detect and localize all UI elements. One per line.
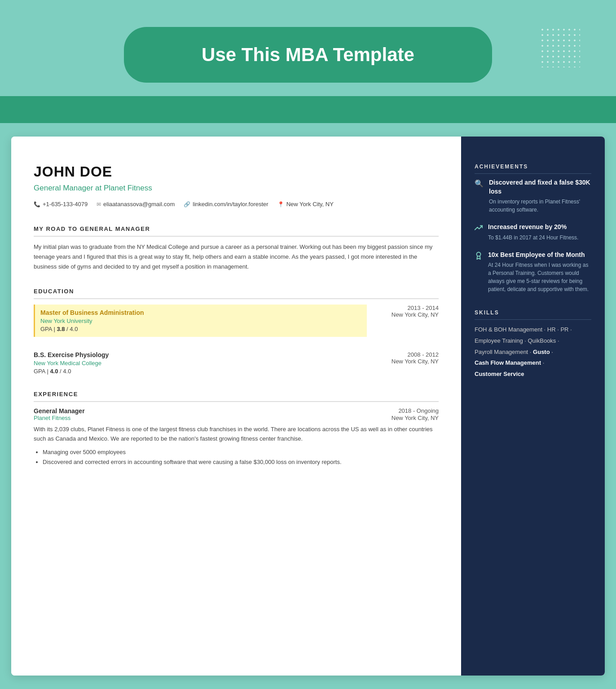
dots-decoration bbox=[540, 27, 580, 67]
candidate-title: General Manager at Planet Fitness bbox=[34, 184, 439, 193]
summary-text: My initial plan was to graduate from the… bbox=[34, 242, 439, 272]
experience-section: EXPERIENCE General Manager 2018 - Ongoin… bbox=[34, 391, 439, 467]
skills-text: FOH & BOH Management · HR · PR · Employe… bbox=[475, 324, 591, 380]
location-icon: 📍 bbox=[277, 201, 284, 208]
left-column: JOHN DOE General Manager at Planet Fitne… bbox=[11, 137, 461, 676]
phone-icon: 📞 bbox=[34, 201, 40, 208]
resume-container: JOHN DOE General Manager at Planet Fitne… bbox=[11, 137, 605, 676]
edu-years-bs: 2008 - 2012 bbox=[367, 351, 439, 358]
edu-school-nyu: New York University bbox=[40, 318, 361, 324]
summary-header: MY ROAD TO GENERAL MANAGER bbox=[34, 225, 439, 237]
bullet-1: Managing over 5000 employees bbox=[43, 447, 439, 457]
exp-company-gm: Planet Fitness bbox=[34, 415, 70, 421]
contact-linkedin: 🔗 linkedin.com/in/taylor.forester bbox=[184, 201, 268, 208]
exp-dates-gm: 2018 - Ongoing bbox=[398, 407, 439, 415]
achievement-title-3: 10x Best Employee of the Month bbox=[488, 251, 591, 260]
edu-gpa-bs: GPA | 4.0 / 4.0 bbox=[34, 368, 367, 375]
bullet-2: Discovered and corrected errors in accou… bbox=[43, 457, 439, 467]
education-section: EDUCATION Master of Business Administrat… bbox=[34, 288, 439, 375]
education-entry-bs: B.S. Exercise Physiology New York Medica… bbox=[34, 351, 439, 375]
award-icon bbox=[475, 252, 483, 294]
wave-divider bbox=[0, 96, 616, 123]
edu-location-bs: New York City, NY bbox=[367, 358, 439, 365]
education-header: EDUCATION bbox=[34, 288, 439, 299]
candidate-name: JOHN DOE bbox=[34, 163, 439, 180]
achievement-title-1: Discovered and fixed a false $30K loss bbox=[489, 178, 591, 196]
experience-entry-gm: General Manager 2018 - Ongoing Planet Fi… bbox=[34, 407, 439, 467]
contact-location: 📍 New York City, NY bbox=[277, 201, 334, 208]
achievement-desc-3: At 24 Hour Fitness when I was working as… bbox=[488, 261, 591, 293]
contact-email: ✉ eliaatanassova@gmail.com bbox=[97, 201, 175, 208]
achievement-item-3: 10x Best Employee of the Month At 24 Hou… bbox=[475, 251, 591, 294]
use-template-button[interactable]: Use This MBA Template bbox=[124, 27, 492, 83]
skills-header: SKILLS bbox=[475, 309, 591, 320]
achievement-item-2: Increased revenue by 20% To $1.44B in 20… bbox=[475, 223, 591, 242]
edu-gpa-mba: GPA | 3.8 / 4.0 bbox=[40, 326, 361, 332]
edu-school-nymc: New York Medical College bbox=[34, 360, 367, 367]
achievements-section: ACHIEVEMENTS 🔍 Discovered and fixed a fa… bbox=[475, 163, 591, 293]
exp-desc-gm: With its 2,039 clubs, Planet Fitness is … bbox=[34, 425, 439, 444]
email-icon: ✉ bbox=[97, 201, 101, 208]
header: Use This MBA Template bbox=[0, 0, 616, 101]
edu-degree-mba: Master of Business Administration bbox=[40, 309, 361, 316]
contact-info: 📞 +1-635-133-4079 ✉ eliaatanassova@gmail… bbox=[34, 201, 439, 208]
search-icon: 🔍 bbox=[475, 179, 484, 214]
link-icon: 🔗 bbox=[184, 201, 190, 208]
education-highlight-box: Master of Business Administration New Yo… bbox=[34, 305, 367, 337]
skills-section: SKILLS FOH & BOH Management · HR · PR · … bbox=[475, 309, 591, 380]
exp-location-gm: New York City, NY bbox=[392, 415, 439, 421]
svg-point-0 bbox=[477, 252, 481, 256]
achievement-item-1: 🔍 Discovered and fixed a false $30K loss… bbox=[475, 178, 591, 214]
exp-bullets-gm: Managing over 5000 employees Discovered … bbox=[34, 447, 439, 467]
contact-phone: 📞 +1-635-133-4079 bbox=[34, 201, 88, 208]
summary-section: MY ROAD TO GENERAL MANAGER My initial pl… bbox=[34, 225, 439, 272]
education-entry-mba: Master of Business Administration New Yo… bbox=[34, 305, 439, 340]
achievement-desc-2: To $1.44B in 2017 at 24 Hour Fitness. bbox=[488, 234, 578, 242]
trending-up-icon bbox=[475, 224, 483, 242]
edu-degree-bs: B.S. Exercise Physiology bbox=[34, 351, 367, 358]
edu-years-mba: 2013 - 2014 bbox=[367, 305, 439, 311]
achievements-header: ACHIEVEMENTS bbox=[475, 163, 591, 174]
right-column: ACHIEVEMENTS 🔍 Discovered and fixed a fa… bbox=[461, 137, 605, 676]
achievement-title-2: Increased revenue by 20% bbox=[488, 223, 578, 232]
edu-location-mba: New York City, NY bbox=[367, 311, 439, 318]
experience-header: EXPERIENCE bbox=[34, 391, 439, 402]
achievement-desc-1: On inventory reports in Planet Fitness' … bbox=[489, 198, 591, 214]
exp-title-gm: General Manager bbox=[34, 407, 85, 415]
